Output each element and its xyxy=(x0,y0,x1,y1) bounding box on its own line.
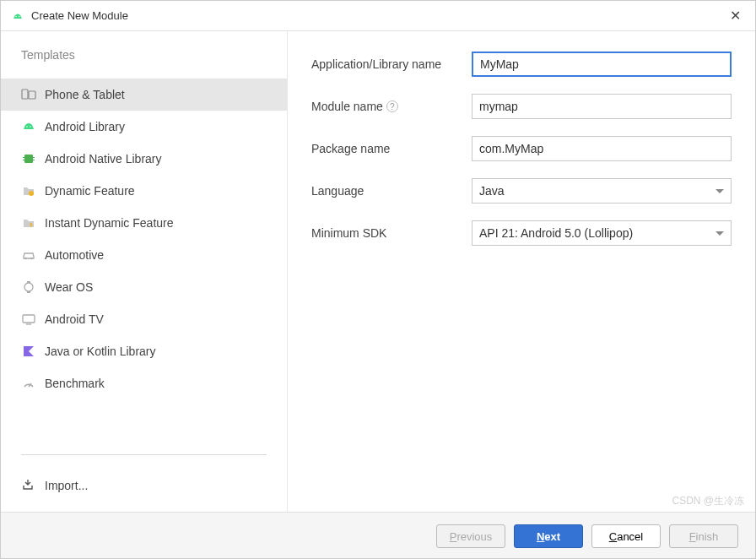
sidebar-item-label: Android Library xyxy=(45,120,125,133)
input-module-name[interactable] xyxy=(472,94,732,119)
sidebar-item-label: Android Native Library xyxy=(45,152,162,166)
benchmark-icon xyxy=(21,376,36,391)
select-min-sdk[interactable]: API 21: Android 5.0 (Lollipop) xyxy=(472,220,732,246)
android-logo-icon xyxy=(11,9,24,23)
template-android-native-library[interactable]: Android Native Library xyxy=(1,143,287,175)
template-wear-os[interactable]: Wear OS xyxy=(1,271,287,303)
chevron-down-icon xyxy=(716,231,724,236)
import-button[interactable]: Import... xyxy=(1,468,287,503)
label-app-name: Application/Library name xyxy=(311,57,472,71)
template-automotive[interactable]: Automotive xyxy=(1,239,287,271)
svg-rect-6 xyxy=(24,155,33,163)
template-instant-dynamic-feature[interactable]: Instant Dynamic Feature xyxy=(1,207,287,239)
template-java-kotlin-library[interactable]: Java or Kotlin Library xyxy=(1,335,287,367)
svg-rect-10 xyxy=(33,160,35,160)
sidebar-item-label: Java or Kotlin Library xyxy=(45,345,156,358)
button-bar: Previous Next Cancel Finish xyxy=(1,513,755,559)
close-button[interactable]: ✕ xyxy=(725,6,745,26)
input-app-name[interactable] xyxy=(472,52,732,77)
svg-rect-3 xyxy=(29,91,35,99)
sidebar-item-label: Wear OS xyxy=(45,280,93,294)
main-content: Templates Phone & Tablet Android Library… xyxy=(1,31,755,513)
sidebar-item-label: Phone & Tablet xyxy=(45,88,125,101)
titlebar: Create New Module ✕ xyxy=(1,1,755,31)
row-language: Language Java xyxy=(311,178,732,204)
svg-point-5 xyxy=(30,126,31,128)
template-benchmark[interactable]: Benchmark xyxy=(1,367,287,399)
svg-point-14 xyxy=(24,283,33,291)
svg-rect-15 xyxy=(27,281,30,283)
label-min-sdk: Minimum SDK xyxy=(311,226,472,240)
svg-point-0 xyxy=(16,15,17,16)
template-phone-tablet[interactable]: Phone & Tablet xyxy=(1,79,287,111)
import-label: Import... xyxy=(45,479,88,492)
cancel-button[interactable]: Cancel xyxy=(591,524,661,548)
svg-rect-16 xyxy=(27,291,30,293)
svg-point-12 xyxy=(24,258,27,260)
sidebar-item-label: Benchmark xyxy=(45,377,105,390)
instant-dynamic-icon xyxy=(21,215,36,231)
svg-rect-9 xyxy=(33,157,35,158)
svg-point-13 xyxy=(30,258,33,260)
row-app-name: Application/Library name xyxy=(311,52,732,77)
wear-os-icon xyxy=(21,280,36,295)
previous-button: Previous xyxy=(436,524,505,548)
automotive-icon xyxy=(21,247,36,263)
kotlin-lib-icon xyxy=(21,344,36,359)
sidebar-items: Phone & Tablet Android Library Android N… xyxy=(1,79,287,442)
select-language[interactable]: Java xyxy=(472,178,732,204)
svg-rect-8 xyxy=(23,160,24,160)
svg-rect-2 xyxy=(22,90,28,99)
android-native-icon xyxy=(21,151,36,166)
label-package-name: Package name xyxy=(311,142,472,155)
templates-sidebar: Templates Phone & Tablet Android Library… xyxy=(1,31,288,512)
sidebar-item-label: Dynamic Feature xyxy=(45,184,135,198)
android-tv-icon xyxy=(21,312,36,327)
sidebar-item-label: Android TV xyxy=(45,312,104,326)
help-icon[interactable]: ? xyxy=(386,100,398,112)
phone-tablet-icon xyxy=(21,87,36,102)
template-dynamic-feature[interactable]: Dynamic Feature xyxy=(1,175,287,207)
next-button[interactable]: Next xyxy=(514,524,583,548)
svg-point-1 xyxy=(19,15,19,16)
dynamic-feature-icon xyxy=(21,183,36,198)
sidebar-header: Templates xyxy=(1,48,287,79)
sidebar-item-label: Automotive xyxy=(45,248,104,262)
template-android-library[interactable]: Android Library xyxy=(1,111,287,143)
window-title: Create New Module xyxy=(31,9,725,22)
sidebar-item-label: Instant Dynamic Feature xyxy=(45,216,174,230)
svg-point-4 xyxy=(26,126,28,128)
template-android-tv[interactable]: Android TV xyxy=(1,303,287,335)
svg-rect-7 xyxy=(23,157,24,158)
sidebar-divider xyxy=(21,454,267,455)
chevron-down-icon xyxy=(716,189,724,193)
input-package-name[interactable] xyxy=(472,136,732,161)
form-panel: Application/Library name Module name ? P… xyxy=(288,31,755,512)
android-lib-icon xyxy=(21,119,36,134)
svg-point-11 xyxy=(29,191,34,196)
import-icon xyxy=(21,478,36,493)
svg-rect-17 xyxy=(23,315,35,323)
row-min-sdk: Minimum SDK API 21: Android 5.0 (Lollipo… xyxy=(311,220,732,246)
label-language: Language xyxy=(311,184,472,198)
finish-button: Finish xyxy=(669,524,738,548)
row-module-name: Module name ? xyxy=(311,94,732,119)
label-module-name: Module name ? xyxy=(311,100,472,113)
row-package-name: Package name xyxy=(311,136,732,161)
